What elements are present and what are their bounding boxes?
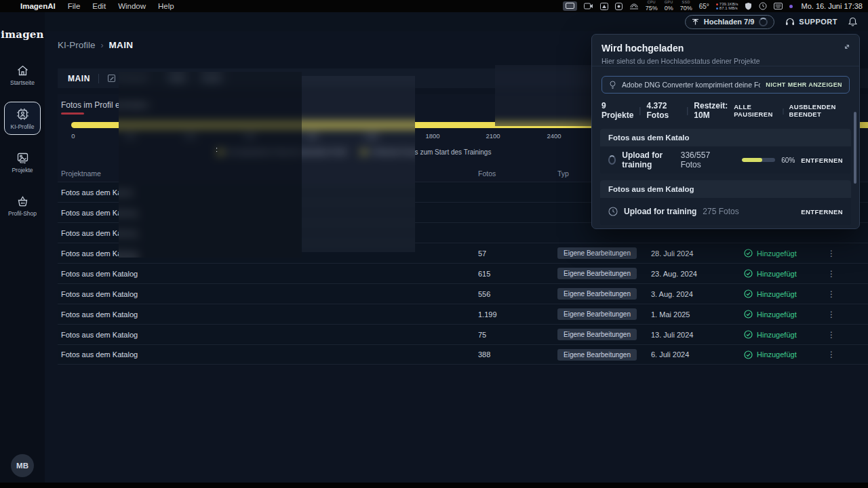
menubar-app-name[interactable]: ImagenAI	[20, 2, 56, 10]
row-menu-button[interactable]: ⋮	[827, 289, 836, 299]
menubar-clock[interactable]: Mo. 16. Juni 17:38	[801, 2, 863, 10]
dismiss-banner-button[interactable]: NICHT MEHR ANZEIGEN	[766, 81, 842, 88]
menubar-file[interactable]: File	[68, 2, 81, 10]
privacy-blur-region	[119, 72, 302, 258]
menubar-help[interactable]: Help	[158, 2, 174, 10]
breadcrumb-separator: ›	[101, 41, 104, 50]
shop-basket-icon	[16, 195, 29, 207]
lightbulb-icon	[609, 81, 616, 89]
status-badge: Hinzugefügt	[744, 249, 827, 258]
sidebar: imagen Startseite KI-Profile Projekte Pr…	[0, 12, 45, 488]
time-remaining: Restzeit: 10M	[694, 101, 734, 120]
popover-scrollbar[interactable]	[854, 112, 856, 184]
status-badge: Hinzugefügt	[744, 269, 827, 278]
clock-icon[interactable]	[759, 1, 767, 11]
pencil-edit-icon	[107, 74, 116, 83]
col-fotos: Fotos	[478, 169, 557, 178]
remove-upload-button[interactable]: ENTFERNEN	[801, 157, 843, 164]
uploading-spinner-icon	[608, 155, 616, 165]
app-badge-icon[interactable]	[615, 1, 623, 11]
table-row[interactable]: Fotos aus dem Katalog 388 Eigene Bearbei…	[58, 344, 868, 365]
row-menu-button[interactable]: ⋮	[827, 269, 836, 279]
table-row[interactable]: Fotos aus dem Katalog 75 Eigene Bearbeit…	[58, 324, 868, 344]
menubar-window[interactable]: Window	[118, 2, 146, 10]
upload-summary: 9 Projekte | 4.372 Fotos | Restzeit: 10M…	[601, 101, 850, 120]
upload-group-header: Fotos aus dem Katalo	[600, 129, 851, 146]
row-menu-button[interactable]: ⋮	[827, 330, 836, 340]
sidebar-item-ki-profile[interactable]: KI-Profile	[4, 102, 41, 135]
network-speed-stat[interactable]: 739.1KB/s 87.1 MB/s	[716, 2, 738, 10]
network-swirl-icon[interactable]	[629, 1, 639, 11]
breadcrumb: KI-Profile › MAIN	[58, 40, 133, 50]
upload-item: Upload for training 275 Fotos ENTFERNEN	[600, 198, 851, 225]
status-badge: Hinzugefügt	[744, 310, 827, 319]
ai-profile-chip-icon	[16, 108, 29, 121]
pause-all-button[interactable]: ALLE PAUSIEREN	[734, 103, 778, 118]
upload-status-popover: Wird hochgeladen Hier siehst du den Hoch…	[591, 34, 860, 229]
headset-icon	[785, 18, 795, 26]
breadcrumb-current: MAIN	[109, 40, 134, 50]
table-row[interactable]: Fotos aus dem Katalog 556 Eigene Bearbei…	[58, 283, 868, 304]
upload-item: Upload for training 336/557 Fotos 60% EN…	[600, 146, 851, 174]
upload-status-button[interactable]: Hochladen 7/9	[685, 15, 775, 29]
typ-badge: Eigene Bearbeitungen	[557, 247, 637, 259]
check-circle-icon	[744, 330, 753, 339]
status-badge: Hinzugefügt	[744, 289, 827, 298]
check-circle-icon	[744, 289, 753, 298]
triangle-icon[interactable]	[600, 1, 608, 11]
check-circle-icon	[744, 249, 753, 258]
privacy-blur-region	[302, 76, 415, 252]
menubar-edit[interactable]: Edit	[92, 2, 106, 10]
collapse-icon[interactable]	[843, 43, 851, 51]
queued-clock-icon	[608, 207, 618, 216]
row-menu-button[interactable]: ⋮	[827, 249, 836, 258]
table-row[interactable]: Fotos aus dem Katalog 615 Eigene Bearbei…	[58, 263, 868, 283]
sidebar-item-projekte[interactable]: Projekte	[4, 146, 41, 178]
app-header-bar: Hochladen 7/9 SUPPORT	[45, 12, 868, 31]
hide-finished-button[interactable]: AUSBLENDEN BEENDET	[789, 103, 850, 118]
typ-badge: Eigene Bearbeitungen	[557, 268, 637, 279]
sidebar-item-profil-shop[interactable]: Profil-Shop	[4, 189, 41, 222]
popover-subtitle: Hier siehst du den Hochladestatus deiner…	[601, 57, 850, 65]
row-menu-button[interactable]: ⋮	[827, 350, 836, 359]
screen-bottom-edge	[0, 483, 868, 488]
typ-badge: Eigene Bearbeitungen	[557, 329, 637, 340]
status-badge: Hinzugefügt	[744, 330, 827, 339]
tab-main[interactable]: MAIN	[68, 74, 90, 83]
upload-percent: 60%	[781, 157, 795, 164]
check-circle-icon	[744, 269, 753, 278]
row-menu-button[interactable]: ⋮	[827, 310, 836, 319]
sidebar-item-startseite[interactable]: Startseite	[4, 58, 41, 91]
upload-arrow-icon	[692, 18, 699, 26]
cpu-stat[interactable]: CPU75%	[646, 1, 658, 12]
table-row[interactable]: Fotos aus dem Katalog 1.199 Eigene Bearb…	[58, 304, 868, 324]
shield-icon[interactable]	[745, 1, 752, 11]
status-dot-icon	[789, 5, 793, 8]
dng-converter-banner: Adobe DNG Converter komprimiert deine Fo…	[601, 76, 850, 94]
typ-badge: Eigene Bearbeitungen	[557, 308, 637, 320]
chart-title-underline	[61, 113, 84, 115]
imagen-logo[interactable]: imagen	[1, 28, 43, 41]
temperature-stat[interactable]: 65°	[699, 3, 709, 10]
user-avatar[interactable]: MB	[11, 454, 34, 477]
display-icon[interactable]	[563, 1, 577, 11]
home-icon	[16, 64, 29, 77]
check-circle-icon	[744, 310, 753, 319]
ssd-stat[interactable]: SSD70%	[680, 1, 692, 12]
typ-badge: Eigene Bearbeitungen	[557, 288, 637, 300]
upload-progress-bar	[742, 158, 775, 162]
upload-group-header: Fotos aus dem Katalog	[600, 180, 851, 198]
banner-text: Adobe DNG Converter komprimiert deine Fo…	[622, 81, 760, 89]
photos-count: 4.372 Fotos	[646, 101, 681, 120]
check-circle-icon	[744, 350, 753, 359]
projects-count: 9 Projekte	[601, 101, 633, 120]
support-button[interactable]: SUPPORT	[785, 18, 837, 26]
remove-upload-button[interactable]: ENTFERNEN	[801, 208, 843, 216]
breadcrumb-ki-profile[interactable]: KI-Profile	[58, 40, 96, 50]
upload-progress-spinner	[759, 18, 768, 26]
camera-icon[interactable]	[584, 1, 593, 11]
notifications-bell-icon[interactable]	[848, 17, 857, 26]
keyboard-icon[interactable]	[774, 1, 783, 11]
gpu-stat[interactable]: GPU0%	[665, 1, 673, 12]
popover-title: Wird hochgeladen	[601, 43, 850, 54]
